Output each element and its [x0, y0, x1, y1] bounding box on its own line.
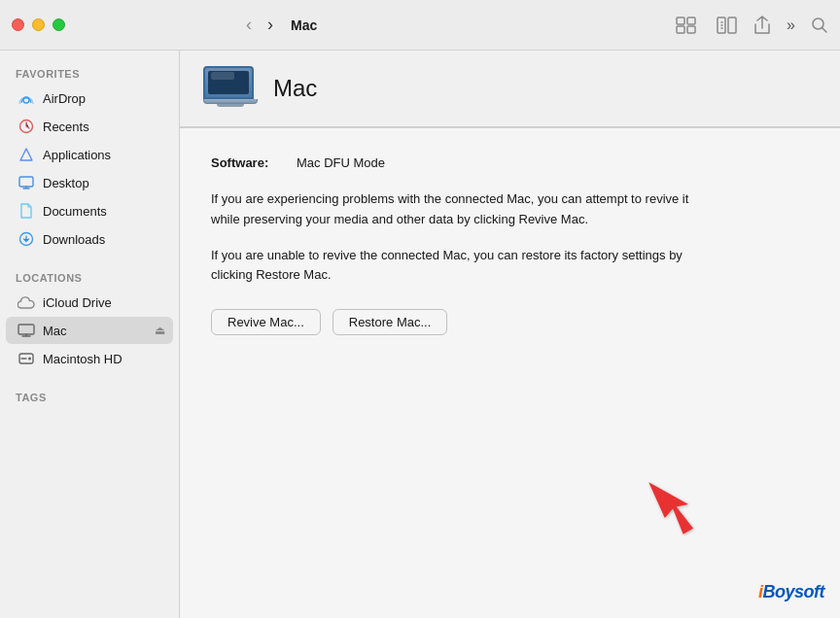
- main-container: Favorites AirDrop Recents: [0, 51, 840, 618]
- search-icon[interactable]: [811, 17, 828, 34]
- svg-marker-15: [646, 470, 700, 536]
- downloads-label: Downloads: [43, 232, 165, 247]
- sidebar-item-airdrop[interactable]: AirDrop: [6, 85, 173, 112]
- svg-line-7: [822, 27, 827, 32]
- window-title: Mac: [291, 17, 317, 33]
- sidebar-item-documents[interactable]: Documents: [6, 197, 173, 224]
- maximize-button[interactable]: [52, 18, 65, 31]
- documents-icon: [18, 202, 35, 220]
- title-bar: ‹ › Mac »: [0, 0, 840, 51]
- sidebar-item-icloud[interactable]: iCloud Drive: [6, 289, 173, 316]
- traffic-lights: [12, 18, 65, 31]
- minimize-button[interactable]: [32, 18, 45, 31]
- icloud-label: iCloud Drive: [43, 295, 165, 310]
- iboysoft-watermark: iBoysoft: [758, 582, 824, 602]
- eject-icon[interactable]: ⏏: [155, 324, 165, 337]
- svg-rect-12: [18, 325, 34, 334]
- sidebar-item-macintosh-hd[interactable]: Macintosh HD: [6, 345, 173, 372]
- grid-view-icon[interactable]: [676, 17, 697, 34]
- sidebar-item-desktop[interactable]: Desktop: [6, 169, 173, 196]
- content-title: Mac: [273, 75, 317, 102]
- tags-section-label: Tags: [0, 384, 179, 407]
- svg-rect-3: [687, 26, 695, 33]
- recents-label: Recents: [43, 120, 165, 134]
- software-row: Software: Mac DFU Mode: [211, 155, 809, 170]
- arrow-annotation: [646, 459, 723, 540]
- svg-point-14: [28, 358, 31, 360]
- share-icon[interactable]: [753, 16, 771, 35]
- revive-button[interactable]: Revive Mac...: [211, 309, 321, 335]
- airdrop-icon: [18, 89, 35, 107]
- red-arrow-svg: [646, 459, 723, 536]
- software-value: Mac DFU Mode: [297, 155, 385, 170]
- content-area: Mac Software: Mac DFU Mode If you are ex…: [180, 51, 840, 618]
- svg-rect-5: [728, 17, 736, 33]
- hd-icon: [18, 350, 35, 367]
- more-icon[interactable]: »: [787, 17, 795, 34]
- mac-label: Mac: [43, 324, 147, 338]
- close-button[interactable]: [12, 18, 24, 31]
- forward-button[interactable]: ›: [262, 13, 279, 37]
- svg-rect-2: [677, 26, 684, 33]
- software-label: Software:: [211, 155, 289, 170]
- desktop-icon: [18, 174, 35, 191]
- recents-icon: [18, 118, 35, 135]
- mac-device-icon: [203, 66, 258, 111]
- restore-button[interactable]: Restore Mac...: [332, 309, 448, 335]
- svg-rect-1: [687, 17, 695, 24]
- back-button[interactable]: ‹: [240, 13, 258, 37]
- description-1: If you are experiencing problems with th…: [211, 189, 697, 230]
- sidebar-item-recents[interactable]: Recents: [6, 113, 173, 140]
- downloads-icon: [18, 230, 35, 248]
- favorites-section-label: Favorites: [0, 60, 179, 84]
- nav-buttons: ‹ › Mac: [240, 13, 317, 37]
- svg-rect-10: [19, 177, 33, 187]
- content-header: Mac: [180, 51, 840, 127]
- icloud-icon: [18, 293, 35, 311]
- toolbar-right: »: [676, 16, 828, 35]
- desktop-label: Desktop: [43, 176, 165, 190]
- sidebar: Favorites AirDrop Recents: [0, 51, 180, 618]
- column-view-icon[interactable]: [717, 17, 738, 34]
- content-body: Software: Mac DFU Mode If you are experi…: [180, 128, 840, 618]
- macintosh-hd-label: Macintosh HD: [43, 352, 165, 366]
- applications-icon: [18, 146, 35, 163]
- description-2: If you are unable to revive the connecte…: [211, 246, 697, 287]
- sidebar-item-mac[interactable]: Mac ⏏: [6, 317, 173, 344]
- documents-label: Documents: [43, 204, 165, 219]
- sidebar-item-downloads[interactable]: Downloads: [6, 225, 173, 253]
- action-buttons: Revive Mac... Restore Mac...: [211, 309, 809, 335]
- locations-section-label: Locations: [0, 264, 179, 288]
- sidebar-item-applications[interactable]: Applications: [6, 141, 173, 168]
- applications-label: Applications: [43, 148, 165, 162]
- svg-rect-0: [677, 17, 684, 24]
- airdrop-label: AirDrop: [43, 91, 165, 106]
- mac-icon: [18, 322, 35, 339]
